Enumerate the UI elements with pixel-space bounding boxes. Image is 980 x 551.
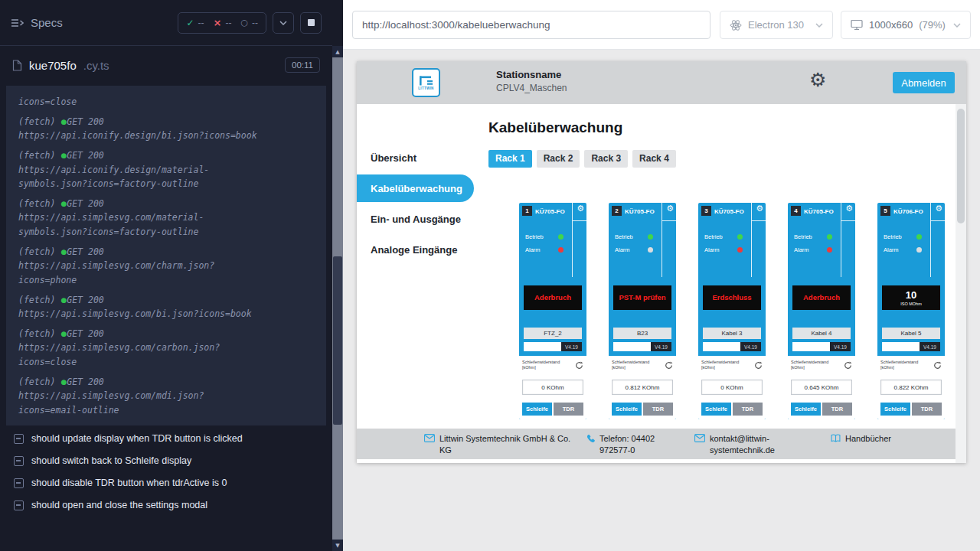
schleife-button[interactable]: Schleife [612, 403, 642, 416]
sidebar-item-kabelueberwachung[interactable]: Kabelüberwachung [357, 174, 474, 202]
sidebar-item-analoge-eingaenge[interactable]: Analoge Eingänge [357, 236, 487, 263]
divider [841, 220, 855, 221]
runner-scrollbar[interactable]: ▲ ▼ [332, 46, 343, 551]
schleife-button[interactable]: Schleife [701, 403, 731, 416]
scroll-down-arrow[interactable]: ▼ [332, 540, 343, 551]
device-model: KÜ706-FO [893, 208, 923, 215]
test-title[interactable]: should open and close the settings modal [14, 500, 322, 510]
browser-select[interactable]: Electron 130 [720, 11, 833, 39]
footer-manuals[interactable]: Handbücher [831, 433, 891, 445]
card-settings-icon[interactable]: ⚙ [756, 204, 763, 214]
scrollbar-thumb[interactable] [333, 256, 342, 425]
divider [573, 220, 586, 221]
divider [930, 203, 931, 277]
fetch-log-entry[interactable]: (fetch) ●GET 200 https://api.iconify.des… [18, 148, 265, 191]
station-label: Stationsname [496, 69, 567, 80]
divider [662, 203, 662, 277]
fetch-log-entry[interactable]: (fetch) ●GET 200 https://api.simplesvg.c… [18, 197, 265, 240]
footer-company: Littwin Systemtechnik GmbH & Co. KG [424, 433, 577, 456]
tdr-button[interactable]: TDR [733, 403, 763, 416]
pending-count: -- [252, 18, 258, 28]
led-red-icon [558, 247, 564, 253]
circle-icon: ○ [240, 18, 248, 28]
led-off-icon [916, 247, 922, 253]
device-model: KÜ705-FO [535, 208, 565, 215]
spec-name[interactable]: kue705fo [29, 59, 77, 72]
refresh-icon[interactable] [933, 361, 942, 370]
test-title[interactable]: should update display when TDR button is… [14, 433, 322, 444]
divider [662, 220, 676, 221]
cable-name: B23 [613, 328, 671, 339]
url-input[interactable]: http://localhost:3000/kabelueberwachung [352, 11, 710, 39]
viewport-select[interactable]: 1000x660 (79%) [841, 11, 971, 39]
refresh-icon[interactable] [665, 361, 673, 370]
tab-rack-1[interactable]: Rack 1 [488, 150, 532, 168]
iso-value: 10 [906, 290, 916, 300]
spare-field [524, 342, 562, 351]
app-scrollbar[interactable] [956, 104, 966, 463]
chevron-down-icon [953, 23, 961, 28]
app-header: LITTWIN Stationsname CPLV4_Maschen ⚙ Abm… [357, 61, 966, 104]
schleife-button[interactable]: Schleife [522, 403, 552, 416]
fetch-log-entry[interactable]: (fetch) ●GET 200 https://api.simplesvg.c… [18, 245, 265, 288]
betrieb-led: Betrieb [615, 233, 653, 240]
screen: Specs ✓-- ×-- ○-- kue705fo .cy.ts 00:11 [0, 0, 980, 551]
divider [752, 220, 766, 221]
card-settings-icon[interactable]: ⚙ [845, 204, 853, 214]
refresh-icon[interactable] [754, 361, 763, 370]
tdr-button[interactable]: TDR [643, 403, 673, 416]
slot-number: 4 [791, 206, 801, 216]
stop-icon [308, 19, 315, 26]
sidebar-item-uebersicht[interactable]: Übersicht [357, 144, 487, 171]
measurement-panel: Schleifenwiderstand [kOhm] 0.645 KOhm Sc… [788, 356, 855, 419]
tdr-button[interactable]: TDR [822, 403, 852, 416]
measurement-panel: Schleifenwiderstand [kOhm] 0.822 KOhm Sc… [877, 356, 945, 419]
cypress-runner-panel: Specs ✓-- ×-- ○-- kue705fo .cy.ts 00:11 [0, 0, 343, 551]
tdr-button[interactable]: TDR [554, 403, 583, 416]
iso-unit: ISO MOhm [900, 302, 922, 306]
refresh-icon[interactable] [844, 361, 852, 370]
card-settings-icon[interactable]: ⚙ [935, 204, 942, 214]
card-settings-icon[interactable]: ⚙ [666, 204, 674, 214]
cable-name: Kabel 4 [792, 328, 851, 339]
card-settings-icon[interactable]: ⚙ [577, 204, 584, 214]
spare-field [882, 342, 920, 351]
mode-buttons: Schleife TDR [701, 403, 763, 416]
divider [572, 203, 573, 277]
specs-nav-button[interactable]: Specs [11, 16, 63, 29]
firmware-version: V4.19 [920, 342, 940, 351]
failed-count: -- [225, 18, 231, 28]
test-title[interactable]: should disable TDR button when tdrActive… [14, 478, 322, 488]
fetch-log-entry[interactable]: (fetch) ●GET 200 https://api.simplesvg.c… [18, 293, 265, 321]
schleife-button[interactable]: Schleife [880, 403, 910, 416]
fetch-log-entry[interactable]: (fetch) ●GET 200 https://api.iconify.des… [18, 115, 265, 143]
device-model: KÜ705-FO [714, 208, 744, 215]
runner-dropdown-button[interactable] [273, 12, 294, 34]
settings-gear-icon[interactable]: ⚙ [809, 68, 826, 93]
spec-extension: .cy.ts [83, 59, 109, 72]
fetch-log-entry[interactable]: (fetch) ●GET 200 https://api.simplesvg.c… [18, 327, 265, 370]
schleife-button[interactable]: Schleife [791, 403, 821, 416]
refresh-icon[interactable] [575, 361, 583, 370]
specs-label: Specs [31, 16, 63, 29]
device-card-5: 5 KÜ706-FO ⚙ Betrieb Alarm 10 ISO MOhm K… [877, 203, 945, 419]
device-model: KÜ705-FO [625, 208, 655, 215]
tab-rack-2[interactable]: Rack 2 [537, 150, 580, 168]
tdr-button[interactable]: TDR [912, 403, 942, 416]
test-title[interactable]: should switch back to Schleife display [14, 455, 322, 466]
aut-frame: LITTWIN Stationsname CPLV4_Maschen ⚙ Abm… [343, 50, 980, 551]
app-scrollbar-thumb[interactable] [957, 109, 965, 223]
device-cards: 1 KÜ705-FO ⚙ Betrieb Alarm Aderbruch FTZ… [519, 203, 945, 419]
command-log[interactable]: icons=close (fetch) ●GET 200 https://api… [6, 86, 326, 425]
fetch-log-entry[interactable]: (fetch) ●GET 200 https://api.simplesvg.c… [18, 375, 265, 418]
mode-buttons: Schleife TDR [880, 403, 942, 416]
tab-rack-4[interactable]: Rack 4 [632, 150, 676, 168]
cable-name: Kabel 3 [703, 328, 761, 339]
sidebar-item-ein-und-ausgaenge[interactable]: Ein- und Ausgänge [357, 205, 487, 233]
measurement-label: Schleifenwiderstand [kOhm] [612, 360, 659, 370]
log-line-partial: icons=close [18, 95, 265, 109]
logout-button[interactable]: Abmelden [893, 72, 955, 93]
tab-rack-3[interactable]: Rack 3 [584, 150, 628, 168]
stop-tests-button[interactable] [300, 12, 322, 34]
scroll-up-arrow[interactable]: ▲ [332, 46, 343, 57]
